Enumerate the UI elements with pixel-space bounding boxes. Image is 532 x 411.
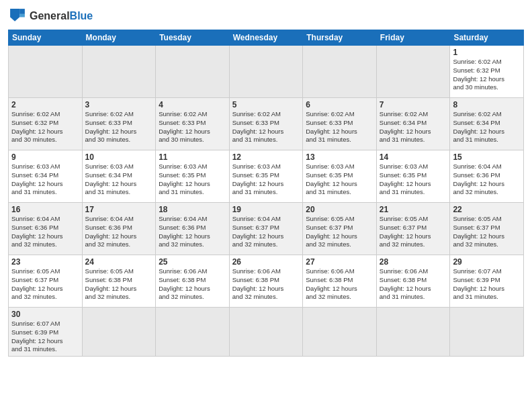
header-monday: Monday	[82, 30, 156, 46]
day-info: Sunrise: 6:07 AMSunset: 6:39 PMDaylight:…	[11, 320, 79, 354]
calendar-cell: 28Sunrise: 6:06 AMSunset: 6:38 PMDayligh…	[376, 255, 450, 308]
calendar-cell: 12Sunrise: 6:03 AMSunset: 6:35 PMDayligh…	[229, 150, 303, 203]
day-info: Sunrise: 6:02 AMSunset: 6:34 PMDaylight:…	[453, 110, 521, 144]
day-info: Sunrise: 6:02 AMSunset: 6:33 PMDaylight:…	[85, 110, 153, 144]
calendar-cell	[229, 46, 303, 98]
day-info: Sunrise: 6:05 AMSunset: 6:37 PMDaylight:…	[11, 267, 79, 302]
header-sunday: Sunday	[9, 30, 83, 46]
day-info: Sunrise: 6:04 AMSunset: 6:36 PMDaylight:…	[159, 215, 226, 249]
day-number: 15	[453, 152, 521, 162]
header-friday: Friday	[376, 30, 450, 46]
day-number: 23	[11, 257, 79, 267]
calendar-cell	[9, 46, 83, 98]
day-info: Sunrise: 6:02 AMSunset: 6:32 PMDaylight:…	[453, 58, 521, 92]
day-number: 18	[159, 205, 226, 214]
logo-text: GeneralBlue	[30, 11, 93, 21]
day-number: 1	[453, 48, 521, 57]
day-number: 13	[306, 152, 373, 162]
calendar-cell	[82, 308, 156, 357]
calendar-table: Sunday Monday Tuesday Wednesday Thursday…	[8, 30, 524, 357]
calendar-cell: 17Sunrise: 6:04 AMSunset: 6:36 PMDayligh…	[82, 203, 156, 255]
calendar-week-row: 16Sunrise: 6:04 AMSunset: 6:36 PMDayligh…	[9, 203, 524, 255]
day-info: Sunrise: 6:04 AMSunset: 6:36 PMDaylight:…	[453, 163, 521, 197]
calendar-cell	[376, 46, 450, 98]
day-info: Sunrise: 6:02 AMSunset: 6:34 PMDaylight:…	[380, 110, 447, 144]
calendar-cell	[450, 308, 524, 357]
page: GeneralBlue Sunday Monday Tuesday Wednes…	[0, 0, 532, 411]
day-number: 6	[306, 100, 373, 109]
calendar-cell: 25Sunrise: 6:06 AMSunset: 6:38 PMDayligh…	[156, 255, 230, 308]
day-info: Sunrise: 6:05 AMSunset: 6:37 PMDaylight:…	[306, 215, 373, 249]
day-info: Sunrise: 6:03 AMSunset: 6:35 PMDaylight:…	[380, 163, 447, 197]
calendar-cell: 26Sunrise: 6:06 AMSunset: 6:38 PMDayligh…	[229, 255, 303, 308]
logo: GeneralBlue	[8, 7, 93, 26]
day-number: 3	[85, 100, 153, 109]
day-info: Sunrise: 6:04 AMSunset: 6:36 PMDaylight:…	[11, 215, 79, 249]
day-info: Sunrise: 6:04 AMSunset: 6:36 PMDaylight:…	[85, 215, 153, 249]
day-number: 26	[232, 257, 300, 267]
calendar-cell	[303, 46, 377, 98]
calendar-cell: 7Sunrise: 6:02 AMSunset: 6:34 PMDaylight…	[376, 98, 450, 150]
day-info: Sunrise: 6:07 AMSunset: 6:39 PMDaylight:…	[453, 267, 521, 302]
day-info: Sunrise: 6:03 AMSunset: 6:34 PMDaylight:…	[11, 163, 79, 197]
header-wednesday: Wednesday	[229, 30, 303, 46]
day-info: Sunrise: 6:03 AMSunset: 6:35 PMDaylight:…	[159, 163, 226, 197]
calendar-cell	[156, 308, 230, 357]
calendar-cell: 5Sunrise: 6:02 AMSunset: 6:33 PMDaylight…	[229, 98, 303, 150]
day-number: 27	[306, 257, 373, 267]
calendar-cell: 9Sunrise: 6:03 AMSunset: 6:34 PMDaylight…	[9, 150, 83, 203]
day-number: 9	[11, 152, 79, 162]
calendar-cell: 23Sunrise: 6:05 AMSunset: 6:37 PMDayligh…	[9, 255, 83, 308]
calendar-cell: 1Sunrise: 6:02 AMSunset: 6:32 PMDaylight…	[450, 46, 524, 98]
day-number: 19	[232, 205, 300, 214]
calendar-cell: 8Sunrise: 6:02 AMSunset: 6:34 PMDaylight…	[450, 98, 524, 150]
calendar-cell: 16Sunrise: 6:04 AMSunset: 6:36 PMDayligh…	[9, 203, 83, 255]
weekday-header-row: Sunday Monday Tuesday Wednesday Thursday…	[9, 30, 524, 46]
day-info: Sunrise: 6:05 AMSunset: 6:38 PMDaylight:…	[85, 267, 153, 302]
day-number: 29	[453, 257, 521, 267]
day-info: Sunrise: 6:02 AMSunset: 6:32 PMDaylight:…	[11, 110, 79, 144]
header-saturday: Saturday	[450, 30, 524, 46]
calendar-week-row: 9Sunrise: 6:03 AMSunset: 6:34 PMDaylight…	[9, 150, 524, 203]
calendar-cell: 11Sunrise: 6:03 AMSunset: 6:35 PMDayligh…	[156, 150, 230, 203]
day-number: 20	[306, 205, 373, 214]
day-number: 30	[11, 310, 79, 319]
calendar-cell: 22Sunrise: 6:05 AMSunset: 6:37 PMDayligh…	[450, 203, 524, 255]
day-info: Sunrise: 6:06 AMSunset: 6:38 PMDaylight:…	[380, 267, 447, 302]
day-info: Sunrise: 6:02 AMSunset: 6:33 PMDaylight:…	[232, 110, 300, 144]
calendar-cell: 3Sunrise: 6:02 AMSunset: 6:33 PMDaylight…	[82, 98, 156, 150]
svg-marker-2	[19, 9, 25, 14]
calendar-cell: 4Sunrise: 6:02 AMSunset: 6:33 PMDaylight…	[156, 98, 230, 150]
header-thursday: Thursday	[303, 30, 377, 46]
header-tuesday: Tuesday	[156, 30, 230, 46]
day-info: Sunrise: 6:05 AMSunset: 6:37 PMDaylight:…	[453, 215, 521, 249]
day-info: Sunrise: 6:03 AMSunset: 6:34 PMDaylight:…	[85, 163, 153, 197]
calendar-cell: 27Sunrise: 6:06 AMSunset: 6:38 PMDayligh…	[303, 255, 377, 308]
svg-rect-3	[19, 14, 25, 17]
calendar-cell	[82, 46, 156, 98]
day-info: Sunrise: 6:02 AMSunset: 6:33 PMDaylight:…	[306, 110, 373, 144]
day-number: 4	[159, 100, 226, 109]
day-number: 22	[453, 205, 521, 214]
day-info: Sunrise: 6:03 AMSunset: 6:35 PMDaylight:…	[306, 163, 373, 197]
calendar-cell: 24Sunrise: 6:05 AMSunset: 6:38 PMDayligh…	[82, 255, 156, 308]
day-number: 5	[232, 100, 300, 109]
day-info: Sunrise: 6:02 AMSunset: 6:33 PMDaylight:…	[159, 110, 226, 144]
calendar-week-row: 2Sunrise: 6:02 AMSunset: 6:32 PMDaylight…	[9, 98, 524, 150]
header: GeneralBlue	[8, 7, 524, 26]
calendar-cell: 6Sunrise: 6:02 AMSunset: 6:33 PMDaylight…	[303, 98, 377, 150]
day-number: 16	[11, 205, 79, 214]
day-number: 12	[232, 152, 300, 162]
day-number: 8	[453, 100, 521, 109]
calendar-cell: 19Sunrise: 6:04 AMSunset: 6:37 PMDayligh…	[229, 203, 303, 255]
calendar-cell	[303, 308, 377, 357]
calendar-cell: 18Sunrise: 6:04 AMSunset: 6:36 PMDayligh…	[156, 203, 230, 255]
day-number: 11	[159, 152, 226, 162]
calendar-week-row: 30Sunrise: 6:07 AMSunset: 6:39 PMDayligh…	[9, 308, 524, 357]
day-number: 14	[380, 152, 447, 162]
calendar-cell: 29Sunrise: 6:07 AMSunset: 6:39 PMDayligh…	[450, 255, 524, 308]
calendar-week-row: 1Sunrise: 6:02 AMSunset: 6:32 PMDaylight…	[9, 46, 524, 98]
calendar-cell	[229, 308, 303, 357]
day-number: 2	[11, 100, 79, 109]
day-info: Sunrise: 6:04 AMSunset: 6:37 PMDaylight:…	[232, 215, 300, 249]
